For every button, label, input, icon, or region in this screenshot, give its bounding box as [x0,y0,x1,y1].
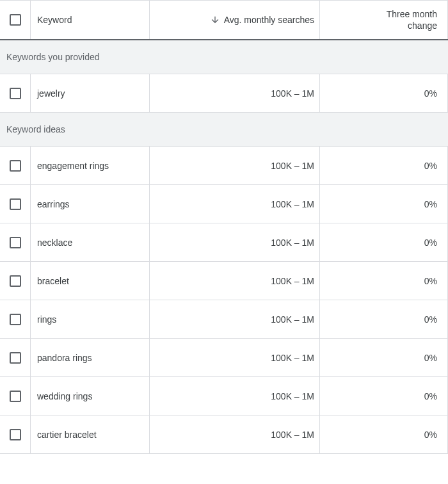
header-change-label-line2: change [408,20,437,31]
row-change: 0% [320,223,448,261]
row-keyword[interactable]: wedding rings [31,377,150,415]
table-row: bracelet100K – 1M0% [0,262,448,300]
section-ideas: Keyword ideas [0,113,448,147]
row-change: 0% [320,185,448,223]
row-checkbox[interactable] [10,88,21,99]
row-checkbox-cell [0,223,31,261]
select-all-checkbox[interactable] [10,14,21,26]
row-checkbox[interactable] [10,314,21,325]
row-checkbox-cell [0,262,31,300]
row-keyword[interactable]: jewelry [31,74,150,112]
row-searches: 100K – 1M [150,377,320,415]
row-searches: 100K – 1M [150,415,320,453]
row-keyword[interactable]: pandora rings [31,339,150,376]
header-searches-label: Avg. monthly searches [224,15,314,25]
row-searches: 100K – 1M [150,147,320,184]
table-row: pandora rings100K – 1M0% [0,339,448,377]
row-checkbox[interactable] [10,352,21,364]
table-row: rings100K – 1M0% [0,300,448,339]
table-row: wedding rings100K – 1M0% [0,377,448,415]
row-checkbox[interactable] [10,391,21,402]
table-header-row: Keyword Avg. monthly searches Three mont… [0,0,448,40]
header-keyword-label: Keyword [37,15,72,25]
row-searches: 100K – 1M [150,74,320,112]
row-keyword[interactable]: rings [31,300,150,338]
row-change: 0% [320,415,448,453]
table-row: cartier bracelet100K – 1M0% [0,415,448,454]
row-checkbox-cell [0,377,31,415]
header-keyword[interactable]: Keyword [31,1,150,39]
table-row: necklace100K – 1M0% [0,223,448,262]
row-checkbox-cell [0,147,31,184]
row-change: 0% [320,300,448,338]
row-checkbox[interactable] [10,198,21,210]
table-row: earrings100K – 1M0% [0,185,448,223]
row-keyword[interactable]: bracelet [31,262,150,300]
row-checkbox[interactable] [10,160,21,172]
row-checkbox[interactable] [10,429,21,440]
sort-descending-icon [210,15,220,25]
row-change: 0% [320,74,448,112]
row-searches: 100K – 1M [150,262,320,300]
section-ideas-label: Keyword ideas [6,124,65,134]
row-change: 0% [320,377,448,415]
header-change[interactable]: Three month change [320,1,448,39]
row-checkbox-cell [0,185,31,223]
section-provided: Keywords you provided [0,40,448,74]
row-keyword[interactable]: necklace [31,223,150,261]
row-checkbox[interactable] [10,275,21,287]
keyword-table: Keyword Avg. monthly searches Three mont… [0,0,448,454]
row-searches: 100K – 1M [150,300,320,338]
table-row: engagement rings100K – 1M0% [0,147,448,185]
table-row: jewelry100K – 1M0% [0,74,448,113]
row-checkbox[interactable] [10,237,21,248]
row-searches: 100K – 1M [150,223,320,261]
row-searches: 100K – 1M [150,185,320,223]
header-checkbox-cell [0,1,31,39]
row-change: 0% [320,147,448,184]
row-keyword[interactable]: earrings [31,185,150,223]
row-searches: 100K – 1M [150,339,320,376]
row-keyword[interactable]: cartier bracelet [31,415,150,453]
row-checkbox-cell [0,415,31,453]
header-change-label-line1: Three month [387,8,437,20]
row-checkbox-cell [0,339,31,376]
row-checkbox-cell [0,74,31,112]
row-checkbox-cell [0,300,31,338]
section-provided-label: Keywords you provided [6,52,100,62]
row-change: 0% [320,339,448,376]
row-keyword[interactable]: engagement rings [31,147,150,184]
row-change: 0% [320,262,448,300]
header-searches[interactable]: Avg. monthly searches [150,1,320,39]
